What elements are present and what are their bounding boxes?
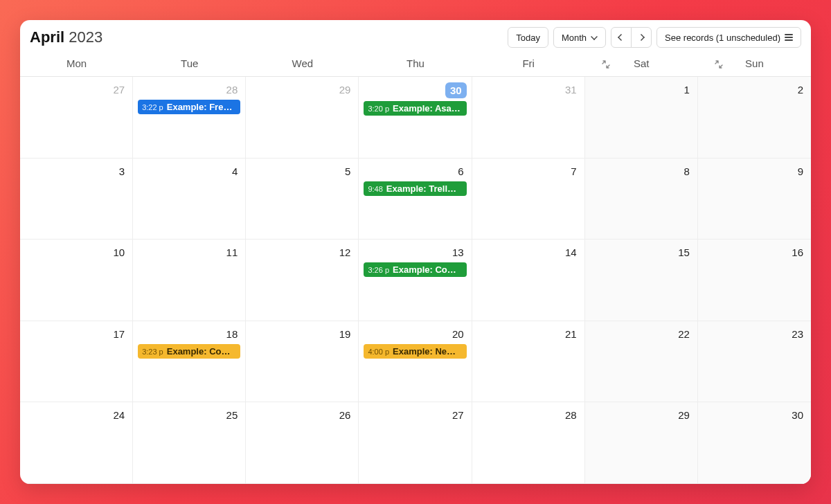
- day-cell[interactable]: 7: [472, 159, 585, 240]
- day-cell[interactable]: 31: [472, 77, 585, 159]
- day-number: 5: [342, 164, 353, 179]
- weekday-label: Thu: [406, 57, 425, 69]
- chevron-left-icon: [618, 34, 625, 41]
- day-number: 26: [337, 408, 354, 422]
- event-time: 3:26 p: [368, 266, 389, 274]
- calendar-header: April 2023 Today Month See records (1 un…: [20, 20, 811, 53]
- day-number: 29: [337, 82, 354, 97]
- day-cell[interactable]: 14: [472, 240, 585, 321]
- prev-button[interactable]: [611, 27, 632, 48]
- nav-group: [611, 27, 652, 48]
- weekday-label: Sun: [745, 57, 764, 69]
- day-number: 24: [110, 408, 127, 422]
- event-label: Example: Co…: [167, 346, 231, 357]
- calendar-event[interactable]: 3:23 pExample: Co…: [138, 344, 240, 359]
- day-number: 16: [789, 245, 806, 260]
- view-label: Month: [562, 33, 587, 43]
- day-number: 22: [675, 327, 692, 341]
- event-time: 3:23 p: [142, 348, 163, 356]
- day-number: 14: [562, 245, 580, 260]
- day-number: 18: [224, 327, 241, 341]
- calendar-event[interactable]: 3:22 pExample: Fre…: [138, 100, 240, 114]
- title-month: April: [30, 28, 64, 46]
- day-number: 12: [337, 245, 354, 260]
- day-number: 19: [337, 327, 354, 341]
- weekday-fri: Fri: [472, 57, 585, 69]
- day-number: 4: [229, 164, 240, 179]
- day-number: 29: [675, 408, 692, 422]
- day-number: 23: [789, 327, 806, 341]
- day-number: 10: [110, 245, 127, 260]
- day-number: 31: [562, 82, 580, 97]
- collapse-icon[interactable]: [602, 59, 610, 67]
- day-cell[interactable]: 5: [246, 159, 359, 240]
- weekday-label: Wed: [292, 57, 314, 69]
- day-number: 6: [455, 164, 466, 179]
- day-cell[interactable]: 16: [698, 240, 811, 321]
- day-cell[interactable]: 1: [585, 77, 698, 159]
- day-cell[interactable]: 183:23 pExample: Co…: [133, 321, 246, 403]
- day-cell[interactable]: 19: [246, 321, 359, 403]
- weekday-label: Mon: [66, 57, 87, 69]
- calendar-event[interactable]: 9:48Example: Trell…: [364, 181, 466, 196]
- weekday-label: Tue: [181, 57, 198, 69]
- event-label: Example: Co…: [393, 264, 456, 275]
- day-number: 28: [224, 82, 241, 97]
- view-select[interactable]: Month: [553, 27, 606, 48]
- weekday-thu: Thu: [359, 57, 472, 69]
- day-cell[interactable]: 17: [20, 321, 133, 403]
- day-number: 28: [562, 408, 580, 422]
- day-cell[interactable]: 22: [585, 321, 698, 403]
- day-cell[interactable]: 27: [359, 402, 472, 484]
- event-time: 4:00 p: [368, 348, 389, 356]
- day-number: 30: [445, 82, 467, 98]
- calendar-event[interactable]: 4:00 pExample: Ne…: [364, 344, 466, 359]
- next-button[interactable]: [631, 27, 652, 48]
- day-number: 3: [116, 164, 127, 179]
- day-cell[interactable]: 8: [585, 159, 698, 240]
- day-cell[interactable]: 29: [585, 402, 698, 484]
- day-cell[interactable]: 10: [20, 240, 133, 321]
- chevron-right-icon: [638, 34, 645, 41]
- day-cell[interactable]: 24: [20, 402, 133, 484]
- day-cell[interactable]: 26: [246, 402, 359, 484]
- calendar-title: April 2023: [30, 28, 102, 46]
- day-number: 27: [449, 408, 467, 422]
- day-cell[interactable]: 9: [698, 159, 811, 240]
- day-cell[interactable]: 27: [20, 77, 133, 159]
- day-cell[interactable]: 4: [133, 159, 246, 240]
- event-label: Example: Ne…: [393, 346, 456, 357]
- event-label: Example: Trell…: [386, 183, 456, 194]
- title-year: 2023: [69, 28, 102, 46]
- today-button[interactable]: Today: [508, 27, 548, 48]
- day-cell[interactable]: 23: [698, 321, 811, 403]
- day-cell[interactable]: 283:22 pExample: Fre…: [133, 77, 246, 159]
- day-cell[interactable]: 133:26 pExample: Co…: [359, 240, 472, 321]
- day-cell[interactable]: 12: [246, 240, 359, 321]
- day-cell[interactable]: 69:48Example: Trell…: [359, 159, 472, 240]
- weekday-sat: Sat: [585, 57, 698, 69]
- day-cell[interactable]: 3: [20, 159, 133, 240]
- calendar-event[interactable]: 3:20 pExample: Asa…: [364, 101, 466, 116]
- day-cell[interactable]: 28: [472, 402, 585, 484]
- day-number: 30: [789, 408, 806, 422]
- collapse-icon[interactable]: [715, 59, 723, 67]
- day-number: 8: [681, 164, 692, 179]
- calendar-event[interactable]: 3:26 pExample: Co…: [364, 262, 466, 277]
- day-number: 7: [568, 164, 579, 179]
- day-number: 27: [110, 82, 127, 97]
- day-cell[interactable]: 2: [698, 77, 811, 159]
- day-cell[interactable]: 15: [585, 240, 698, 321]
- day-cell[interactable]: 11: [133, 240, 246, 321]
- calendar-grid: 27283:22 pExample: Fre…29303:20 pExample…: [20, 77, 811, 484]
- day-cell[interactable]: 30: [698, 402, 811, 484]
- day-cell[interactable]: 25: [133, 402, 246, 484]
- day-cell[interactable]: 204:00 pExample: Ne…: [359, 321, 472, 403]
- records-button[interactable]: See records (1 unscheduled): [656, 27, 801, 48]
- day-cell[interactable]: 303:20 pExample: Asa…: [359, 77, 472, 159]
- weekday-wed: Wed: [246, 57, 359, 69]
- day-cell[interactable]: 21: [472, 321, 585, 403]
- header-controls: Today Month See records (1 unscheduled): [508, 27, 801, 48]
- event-label: Example: Fre…: [167, 102, 233, 112]
- day-cell[interactable]: 29: [246, 77, 359, 159]
